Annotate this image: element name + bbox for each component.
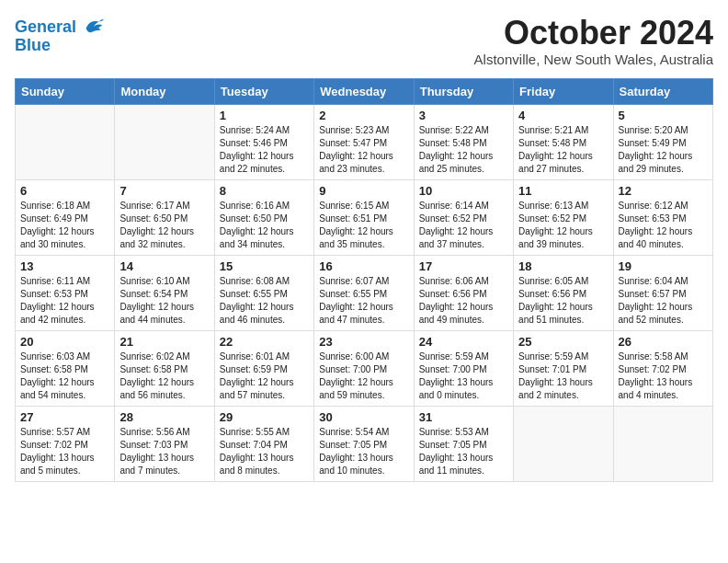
calendar-cell: 20Sunrise: 6:03 AM Sunset: 6:58 PM Dayli…: [16, 330, 115, 406]
calendar-cell: [613, 406, 712, 481]
day-info: Sunrise: 6:14 AM Sunset: 6:52 PM Dayligh…: [419, 200, 508, 251]
day-number: 23: [319, 335, 408, 349]
day-info: Sunrise: 5:57 AM Sunset: 7:02 PM Dayligh…: [20, 426, 109, 477]
title-block: October 2024 Alstonville, New South Wale…: [474, 15, 713, 67]
day-info: Sunrise: 6:16 AM Sunset: 6:50 PM Dayligh…: [220, 200, 309, 251]
calendar-table: SundayMondayTuesdayWednesdayThursdayFrid…: [15, 78, 713, 482]
day-number: 4: [518, 109, 608, 122]
day-info: Sunrise: 6:02 AM Sunset: 6:58 PM Dayligh…: [119, 350, 209, 402]
calendar-cell: 11Sunrise: 6:13 AM Sunset: 6:52 PM Dayli…: [514, 179, 613, 255]
day-number: 16: [319, 259, 408, 273]
day-number: 3: [419, 109, 508, 122]
calendar-cell: 13Sunrise: 6:11 AM Sunset: 6:53 PM Dayli…: [16, 255, 115, 330]
weekday-header-friday: Friday: [514, 78, 613, 104]
day-number: 21: [119, 335, 209, 349]
day-number: 22: [220, 335, 309, 349]
day-number: 29: [220, 410, 309, 424]
logo-text: General: [15, 18, 76, 37]
calendar-cell: 30Sunrise: 5:54 AM Sunset: 7:05 PM Dayli…: [314, 406, 414, 481]
day-number: 18: [518, 259, 608, 273]
calendar-cell: 15Sunrise: 6:08 AM Sunset: 6:55 PM Dayli…: [214, 255, 313, 330]
day-info: Sunrise: 6:13 AM Sunset: 6:52 PM Dayligh…: [518, 200, 608, 251]
day-number: 24: [419, 335, 508, 349]
day-number: 5: [619, 109, 708, 122]
calendar-cell: 10Sunrise: 6:14 AM Sunset: 6:52 PM Dayli…: [414, 179, 513, 255]
day-number: 8: [220, 184, 309, 198]
day-number: 9: [319, 184, 408, 198]
day-number: 13: [20, 259, 109, 273]
calendar-cell: 6Sunrise: 6:18 AM Sunset: 6:49 PM Daylig…: [16, 179, 115, 255]
day-number: 2: [319, 109, 408, 122]
day-number: 19: [619, 259, 708, 273]
calendar-cell: 27Sunrise: 5:57 AM Sunset: 7:02 PM Dayli…: [16, 406, 115, 481]
day-number: 27: [20, 410, 109, 424]
calendar-cell: [514, 406, 613, 481]
weekday-header-sunday: Sunday: [16, 78, 115, 104]
week-row-1: 1Sunrise: 5:24 AM Sunset: 5:46 PM Daylig…: [16, 104, 713, 179]
calendar-cell: 12Sunrise: 6:12 AM Sunset: 6:53 PM Dayli…: [613, 179, 712, 255]
week-row-5: 27Sunrise: 5:57 AM Sunset: 7:02 PM Dayli…: [16, 406, 713, 481]
logo-text-blue: Blue: [15, 37, 51, 55]
day-info: Sunrise: 5:20 AM Sunset: 5:49 PM Dayligh…: [619, 124, 708, 176]
day-info: Sunrise: 6:06 AM Sunset: 6:56 PM Dayligh…: [419, 275, 508, 327]
calendar-cell: 2Sunrise: 5:23 AM Sunset: 5:47 PM Daylig…: [314, 104, 414, 179]
calendar-cell: 4Sunrise: 5:21 AM Sunset: 5:48 PM Daylig…: [514, 104, 613, 179]
day-number: 12: [619, 184, 708, 198]
day-info: Sunrise: 6:01 AM Sunset: 6:59 PM Dayligh…: [220, 350, 309, 402]
calendar-cell: [115, 104, 214, 179]
logo: General Blue: [15, 15, 106, 55]
calendar-cell: [16, 104, 115, 179]
day-info: Sunrise: 6:11 AM Sunset: 6:53 PM Dayligh…: [20, 275, 109, 327]
day-number: 6: [20, 184, 109, 198]
weekday-header-wednesday: Wednesday: [314, 78, 414, 104]
day-info: Sunrise: 6:18 AM Sunset: 6:49 PM Dayligh…: [20, 200, 109, 251]
calendar-cell: 19Sunrise: 6:04 AM Sunset: 6:57 PM Dayli…: [613, 255, 712, 330]
week-row-3: 13Sunrise: 6:11 AM Sunset: 6:53 PM Dayli…: [16, 255, 713, 330]
calendar-cell: 28Sunrise: 5:56 AM Sunset: 7:03 PM Dayli…: [115, 406, 214, 481]
weekday-header-monday: Monday: [115, 78, 214, 104]
calendar-title: October 2024: [474, 15, 713, 52]
day-number: 1: [220, 109, 309, 122]
day-info: Sunrise: 5:53 AM Sunset: 7:05 PM Dayligh…: [419, 426, 508, 477]
calendar-cell: 24Sunrise: 5:59 AM Sunset: 7:00 PM Dayli…: [414, 330, 513, 406]
calendar-cell: 1Sunrise: 5:24 AM Sunset: 5:46 PM Daylig…: [214, 104, 313, 179]
calendar-cell: 29Sunrise: 5:55 AM Sunset: 7:04 PM Dayli…: [214, 406, 313, 481]
page-header: General Blue October 2024 Alstonville, N…: [15, 15, 713, 67]
day-info: Sunrise: 6:04 AM Sunset: 6:57 PM Dayligh…: [619, 275, 708, 327]
day-number: 17: [419, 259, 508, 273]
calendar-cell: 31Sunrise: 5:53 AM Sunset: 7:05 PM Dayli…: [414, 406, 513, 481]
day-number: 25: [518, 335, 608, 349]
day-info: Sunrise: 5:23 AM Sunset: 5:47 PM Dayligh…: [319, 124, 408, 176]
calendar-cell: 21Sunrise: 6:02 AM Sunset: 6:58 PM Dayli…: [115, 330, 214, 406]
week-row-2: 6Sunrise: 6:18 AM Sunset: 6:49 PM Daylig…: [16, 179, 713, 255]
day-info: Sunrise: 6:08 AM Sunset: 6:55 PM Dayligh…: [220, 275, 309, 327]
calendar-cell: 22Sunrise: 6:01 AM Sunset: 6:59 PM Dayli…: [214, 330, 313, 406]
day-number: 10: [419, 184, 508, 198]
weekday-header-thursday: Thursday: [414, 78, 513, 104]
day-info: Sunrise: 6:03 AM Sunset: 6:58 PM Dayligh…: [20, 350, 109, 402]
day-info: Sunrise: 5:54 AM Sunset: 7:05 PM Dayligh…: [319, 426, 408, 477]
calendar-cell: 16Sunrise: 6:07 AM Sunset: 6:55 PM Dayli…: [314, 255, 414, 330]
weekday-header-saturday: Saturday: [613, 78, 712, 104]
day-number: 20: [20, 335, 109, 349]
day-info: Sunrise: 6:05 AM Sunset: 6:56 PM Dayligh…: [518, 275, 608, 327]
day-info: Sunrise: 6:15 AM Sunset: 6:51 PM Dayligh…: [319, 200, 408, 251]
calendar-cell: 7Sunrise: 6:17 AM Sunset: 6:50 PM Daylig…: [115, 179, 214, 255]
day-info: Sunrise: 6:00 AM Sunset: 7:00 PM Dayligh…: [319, 350, 408, 402]
weekday-header-tuesday: Tuesday: [214, 78, 313, 104]
day-info: Sunrise: 5:55 AM Sunset: 7:04 PM Dayligh…: [220, 426, 309, 477]
day-number: 30: [319, 410, 408, 424]
calendar-cell: 25Sunrise: 5:59 AM Sunset: 7:01 PM Dayli…: [514, 330, 613, 406]
day-number: 15: [220, 259, 309, 273]
day-number: 14: [119, 259, 209, 273]
calendar-cell: 5Sunrise: 5:20 AM Sunset: 5:49 PM Daylig…: [613, 104, 712, 179]
calendar-cell: 14Sunrise: 6:10 AM Sunset: 6:54 PM Dayli…: [115, 255, 214, 330]
calendar-cell: 26Sunrise: 5:58 AM Sunset: 7:02 PM Dayli…: [613, 330, 712, 406]
calendar-cell: 9Sunrise: 6:15 AM Sunset: 6:51 PM Daylig…: [314, 179, 414, 255]
day-info: Sunrise: 6:07 AM Sunset: 6:55 PM Dayligh…: [319, 275, 408, 327]
calendar-cell: 8Sunrise: 6:16 AM Sunset: 6:50 PM Daylig…: [214, 179, 313, 255]
day-number: 31: [419, 410, 508, 424]
day-info: Sunrise: 5:59 AM Sunset: 7:01 PM Dayligh…: [518, 350, 608, 402]
day-number: 7: [119, 184, 209, 198]
day-info: Sunrise: 5:22 AM Sunset: 5:48 PM Dayligh…: [419, 124, 508, 176]
